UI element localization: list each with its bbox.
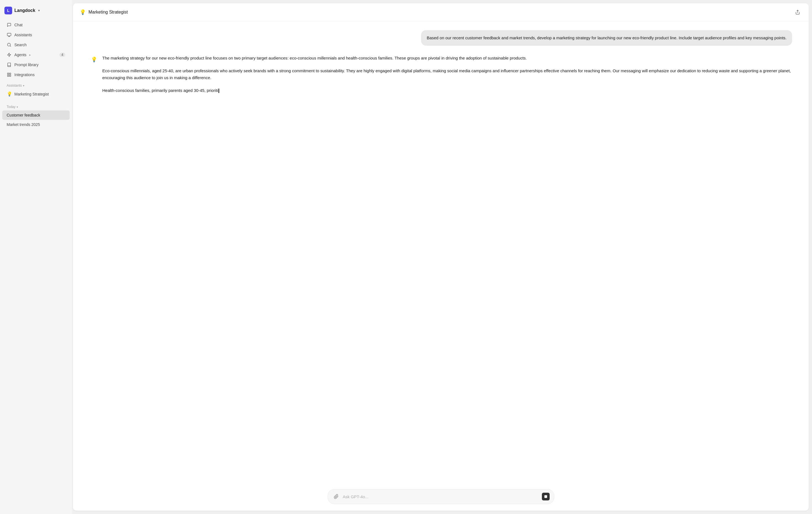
svg-line-4 bbox=[10, 46, 11, 47]
logo-area[interactable]: L Langdock ▾ bbox=[0, 4, 72, 20]
search-icon bbox=[7, 42, 11, 47]
sidebar-search-label: Search bbox=[14, 43, 27, 47]
share-button[interactable] bbox=[793, 8, 802, 17]
agents-icon bbox=[7, 52, 11, 57]
agents-badge: 4 bbox=[59, 53, 65, 57]
svg-rect-7 bbox=[9, 73, 11, 75]
assistant-avatar: 💡 bbox=[90, 55, 98, 64]
assistant-paragraph-1: The marketing strategy for our new eco-f… bbox=[102, 55, 792, 62]
assistants-icon bbox=[7, 32, 11, 37]
sidebar-item-search[interactable]: Search bbox=[2, 40, 70, 50]
stop-button[interactable] bbox=[542, 493, 550, 501]
sidebar-item-integrations[interactable]: Integrations bbox=[2, 70, 70, 80]
sidebar-agents-label: Agents bbox=[14, 53, 27, 57]
sidebar-item-agents[interactable]: Agents ▸ 4 bbox=[2, 50, 70, 60]
svg-rect-0 bbox=[7, 33, 11, 36]
chat-icon bbox=[7, 22, 11, 27]
sidebar: L Langdock ▾ Chat Assistants bbox=[0, 0, 72, 514]
sidebar-chat-label: Chat bbox=[14, 23, 23, 27]
input-area bbox=[73, 485, 809, 511]
sidebar-item-chat[interactable]: Chat bbox=[2, 20, 70, 30]
chat-item-market-trends[interactable]: Market trends 2025 bbox=[2, 120, 70, 129]
marketing-strategist-icon: 💡 bbox=[7, 91, 12, 97]
assistant-text: The marketing strategy for our new eco-f… bbox=[102, 55, 792, 94]
user-bubble: Based on our recent customer feedback an… bbox=[421, 30, 792, 46]
main-content: 💡 Marketing Strategist Based on our rece… bbox=[73, 3, 809, 511]
integrations-icon bbox=[7, 72, 11, 77]
user-message: Based on our recent customer feedback an… bbox=[90, 30, 792, 46]
chat-header: 💡 Marketing Strategist bbox=[73, 3, 809, 21]
sidebar-prompt-label: Prompt library bbox=[14, 62, 38, 67]
chat-header-left: 💡 Marketing Strategist bbox=[80, 9, 128, 15]
svg-rect-6 bbox=[7, 73, 9, 75]
chat-item-customer-feedback[interactable]: Customer feedback bbox=[2, 110, 70, 120]
chevron-down-icon: ▾ bbox=[38, 8, 40, 12]
prompt-library-icon bbox=[7, 62, 11, 67]
assistants-chevron-icon: ▾ bbox=[23, 84, 24, 87]
app-logo-icon: L bbox=[4, 7, 12, 15]
app-name: Langdock bbox=[14, 8, 35, 13]
today-section-label: Today ▾ bbox=[0, 101, 72, 110]
chat-input[interactable] bbox=[343, 494, 539, 499]
assistant-label: Marketing Strategist bbox=[14, 92, 49, 96]
sidebar-item-assistants[interactable]: Assistants bbox=[2, 30, 70, 40]
input-container bbox=[328, 489, 554, 504]
agents-arrow-icon: ▸ bbox=[29, 53, 31, 57]
svg-rect-8 bbox=[9, 75, 11, 76]
sidebar-item-prompt-library[interactable]: Prompt library bbox=[2, 60, 70, 70]
assistant-header-icon: 💡 bbox=[80, 9, 86, 15]
typing-cursor bbox=[219, 88, 219, 93]
assistant-paragraph-3: Health-conscious families, primarily par… bbox=[102, 87, 792, 94]
sidebar-integrations-label: Integrations bbox=[14, 73, 34, 77]
messages-area: Based on our recent customer feedback an… bbox=[73, 21, 809, 485]
svg-rect-9 bbox=[7, 75, 9, 76]
assistants-section-label: Assistants ▾ bbox=[0, 80, 72, 89]
assistant-paragraph-2: Eco-conscious millennials, aged 25-40, a… bbox=[102, 67, 792, 81]
today-section: Today ▾ Customer feedback Market trends … bbox=[0, 101, 72, 129]
attach-button[interactable] bbox=[332, 493, 340, 501]
assistant-message: 💡 The marketing strategy for our new eco… bbox=[90, 55, 792, 94]
svg-marker-5 bbox=[7, 53, 11, 56]
nav-list: Chat Assistants Search bbox=[0, 20, 72, 80]
today-chevron-icon: ▾ bbox=[17, 105, 18, 108]
chat-header-title: Marketing Strategist bbox=[88, 10, 128, 15]
assistant-marketing-strategist[interactable]: 💡 Marketing Strategist bbox=[2, 89, 70, 99]
sidebar-assistants-label: Assistants bbox=[14, 33, 32, 37]
stop-icon bbox=[544, 495, 547, 498]
